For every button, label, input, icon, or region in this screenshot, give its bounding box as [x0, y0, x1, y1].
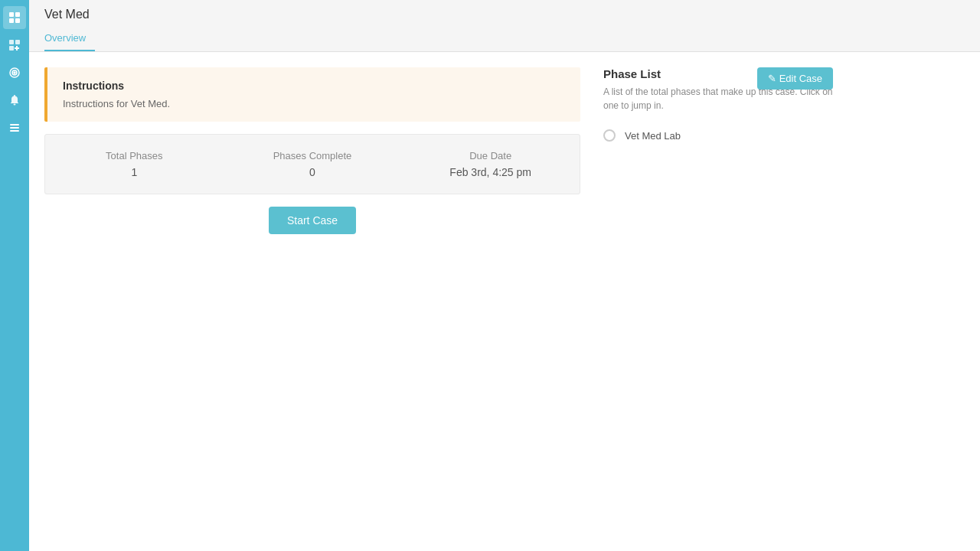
- stats-box: Total Phases 1 Phases Complete 0 Due Dat…: [44, 134, 580, 194]
- sidebar-icon-grid[interactable]: [3, 6, 26, 29]
- stat-due-date: Due Date Feb 3rd, 4:25 pm: [401, 150, 580, 178]
- svg-rect-2: [9, 18, 14, 23]
- phase-radio-0[interactable]: [603, 129, 616, 142]
- sidebar-icon-list[interactable]: [3, 116, 26, 139]
- due-date-value: Feb 3rd, 4:25 pm: [416, 166, 564, 178]
- phases-complete-label: Phases Complete: [239, 150, 387, 161]
- sidebar-icon-add[interactable]: [3, 34, 26, 57]
- svg-rect-5: [15, 40, 20, 44]
- stat-phases-complete: Phases Complete 0: [224, 150, 402, 178]
- topbar: Vet Med Overview: [29, 0, 980, 52]
- due-date-label: Due Date: [416, 150, 564, 161]
- main-area: Vet Med Overview Instructions Instructio…: [29, 0, 980, 551]
- total-phases-label: Total Phases: [60, 150, 208, 161]
- svg-rect-1: [15, 12, 20, 17]
- instructions-box: Instructions Instructions for Vet Med.: [44, 67, 580, 122]
- edit-case-button[interactable]: ✎ Edit Case: [757, 67, 833, 90]
- start-case-button[interactable]: Start Case: [269, 207, 356, 234]
- phase-item-0[interactable]: Vet Med Lab: [603, 125, 833, 146]
- instructions-text: Instructions for Vet Med.: [63, 98, 565, 109]
- svg-rect-6: [9, 46, 14, 51]
- svg-rect-3: [15, 18, 20, 23]
- svg-rect-14: [10, 127, 19, 129]
- sidebar-icon-target[interactable]: [3, 61, 26, 84]
- svg-rect-15: [10, 130, 19, 132]
- svg-rect-13: [10, 124, 19, 126]
- left-column: Instructions Instructions for Vet Med. T…: [44, 67, 580, 536]
- right-column: ✎ Edit Case Phase List A list of the tot…: [603, 67, 833, 536]
- sidebar-icon-bell[interactable]: [3, 89, 26, 112]
- instructions-title: Instructions: [63, 80, 565, 92]
- page-title: Vet Med: [44, 8, 965, 21]
- svg-rect-0: [9, 12, 14, 17]
- content-area: Instructions Instructions for Vet Med. T…: [29, 52, 980, 551]
- tab-overview[interactable]: Overview: [44, 28, 95, 51]
- svg-point-12: [14, 104, 16, 106]
- phases-complete-value: 0: [239, 166, 387, 178]
- sidebar: [0, 0, 29, 551]
- tabs: Overview: [44, 28, 965, 51]
- total-phases-value: 1: [60, 166, 208, 178]
- stat-total-phases: Total Phases 1: [45, 150, 224, 178]
- phase-name-0: Vet Med Lab: [625, 130, 681, 142]
- svg-rect-4: [9, 40, 14, 44]
- svg-point-11: [14, 72, 15, 73]
